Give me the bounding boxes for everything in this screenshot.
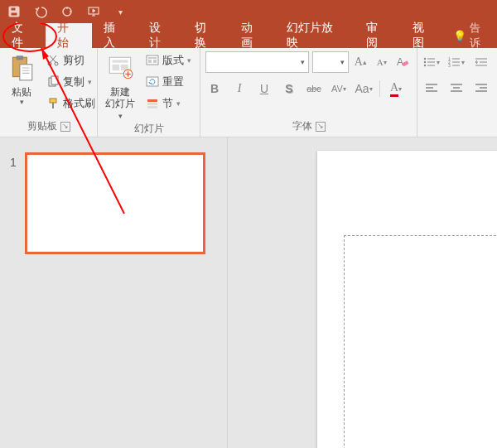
reset-icon: [146, 75, 159, 89]
slide-thumbnail-1[interactable]: [25, 152, 205, 254]
group-paragraph: ▾ 123▾: [417, 48, 497, 137]
tab-view[interactable]: 视图: [401, 23, 446, 48]
section-icon: [146, 97, 159, 110]
tab-slideshow[interactable]: 幻灯片放映: [275, 23, 355, 48]
section-label: 节: [162, 96, 173, 111]
paste-button[interactable]: 粘贴 ▾: [5, 51, 38, 106]
strikethrough-button[interactable]: abc: [305, 79, 323, 98]
new-slide-button[interactable]: 新建幻灯片 ▾: [103, 51, 138, 122]
bold-button[interactable]: B: [205, 79, 224, 98]
layout-icon: [146, 54, 159, 67]
paste-dropdown-icon: ▾: [5, 98, 38, 106]
slides-group-label: 幻灯片: [134, 122, 164, 136]
qat-customize-icon[interactable]: ▾: [113, 4, 128, 19]
undo-icon[interactable]: [33, 4, 48, 19]
separator: [379, 80, 380, 97]
tab-transitions[interactable]: 切换: [183, 23, 229, 48]
clipboard-group-label: 剪贴板: [27, 119, 57, 133]
svg-rect-13: [52, 103, 54, 108]
font-family-combo[interactable]: ▾: [205, 51, 309, 73]
start-slideshow-icon[interactable]: [86, 4, 101, 19]
svg-rect-2: [11, 12, 17, 16]
numbering-button[interactable]: 123▾: [447, 53, 466, 71]
tab-design[interactable]: 设计: [138, 23, 183, 48]
slide-canvas[interactable]: [228, 137, 497, 448]
change-case-button[interactable]: Aa▾: [355, 79, 373, 98]
char-spacing-button[interactable]: AV▾: [330, 79, 348, 98]
title-bar: ▾: [0, 0, 497, 23]
chevron-down-icon: ▾: [301, 58, 305, 66]
shadow-button[interactable]: S: [280, 79, 298, 98]
group-clipboard: 粘贴 ▾ 剪切 复制 ▾ 格式刷 剪贴板 ↘: [0, 48, 98, 137]
tab-review[interactable]: 审阅: [355, 23, 400, 48]
svg-rect-16: [112, 65, 119, 70]
clipboard-launcher-icon[interactable]: ↘: [60, 122, 70, 132]
paste-label: 粘贴: [5, 86, 38, 98]
scissors-icon: [46, 54, 60, 67]
copy-button[interactable]: 复制 ▾: [43, 73, 99, 91]
font-group-label: 字体: [292, 119, 312, 133]
format-painter-button[interactable]: 格式刷: [43, 94, 99, 113]
svg-point-8: [48, 62, 51, 65]
svg-rect-22: [153, 60, 157, 63]
format-painter-label: 格式刷: [63, 96, 95, 111]
workspace: 1: [0, 137, 497, 448]
slide-number: 1: [10, 156, 17, 169]
decrease-font-button[interactable]: A▾: [373, 53, 391, 71]
font-color-button[interactable]: A▾: [387, 79, 405, 98]
italic-button[interactable]: I: [230, 79, 248, 98]
save-icon[interactable]: [7, 4, 22, 19]
increase-font-button[interactable]: A▴: [352, 53, 370, 71]
svg-rect-12: [50, 99, 56, 103]
layout-button[interactable]: 版式▾: [142, 51, 195, 70]
svg-rect-25: [147, 103, 157, 105]
svg-point-9: [55, 62, 58, 65]
svg-rect-20: [148, 57, 157, 59]
decrease-indent-button[interactable]: [472, 53, 490, 71]
section-button[interactable]: 节▾: [142, 94, 195, 113]
ribbon: 粘贴 ▾ 剪切 复制 ▾ 格式刷 剪贴板 ↘: [0, 48, 497, 137]
svg-rect-15: [112, 60, 128, 62]
layout-label: 版式: [162, 53, 184, 68]
align-right-button[interactable]: [472, 79, 490, 98]
svg-rect-23: [147, 77, 158, 86]
redo-icon[interactable]: [60, 4, 75, 19]
paste-icon: [5, 51, 38, 84]
bullets-button[interactable]: ▾: [422, 53, 441, 71]
svg-point-29: [424, 58, 426, 60]
font-launcher-icon[interactable]: ↘: [316, 122, 326, 132]
align-center-button[interactable]: [447, 79, 466, 98]
svg-rect-21: [148, 60, 152, 63]
svg-rect-24: [147, 99, 157, 102]
group-slides: 新建幻灯片 ▾ 版式▾ 重置 节▾ 幻灯片: [98, 48, 200, 137]
cut-button[interactable]: 剪切: [43, 51, 99, 70]
reset-label: 重置: [162, 75, 184, 89]
svg-rect-11: [51, 76, 58, 84]
tab-home[interactable]: 开始: [46, 23, 91, 48]
tab-animations[interactable]: 动画: [229, 23, 275, 48]
tell-me-search[interactable]: 💡 告诉: [446, 23, 497, 48]
new-slide-icon: [104, 51, 137, 84]
svg-text:A: A: [397, 56, 403, 68]
cut-label: 剪切: [63, 53, 84, 68]
tab-insert[interactable]: 插入: [92, 23, 138, 48]
svg-text:3: 3: [448, 63, 451, 68]
tell-me-label: 告诉: [470, 21, 490, 51]
slide-thumbnail-panel[interactable]: 1: [0, 137, 228, 448]
tab-file[interactable]: 文件: [0, 23, 46, 48]
content-placeholder[interactable]: [344, 235, 497, 448]
svg-rect-26: [147, 106, 157, 108]
brush-icon: [46, 97, 60, 110]
clear-formatting-button[interactable]: A: [394, 53, 413, 71]
font-size-combo[interactable]: ▾: [312, 51, 348, 73]
svg-point-30: [424, 61, 426, 63]
align-left-button[interactable]: [422, 79, 441, 98]
svg-rect-1: [11, 7, 16, 11]
svg-rect-7: [20, 65, 32, 80]
reset-button[interactable]: 重置: [142, 73, 195, 91]
lightbulb-icon: 💡: [453, 30, 466, 42]
chevron-down-icon: ▾: [340, 58, 345, 66]
svg-rect-6: [17, 55, 24, 60]
copy-label: 复制: [63, 75, 84, 89]
underline-button[interactable]: U: [255, 79, 273, 98]
